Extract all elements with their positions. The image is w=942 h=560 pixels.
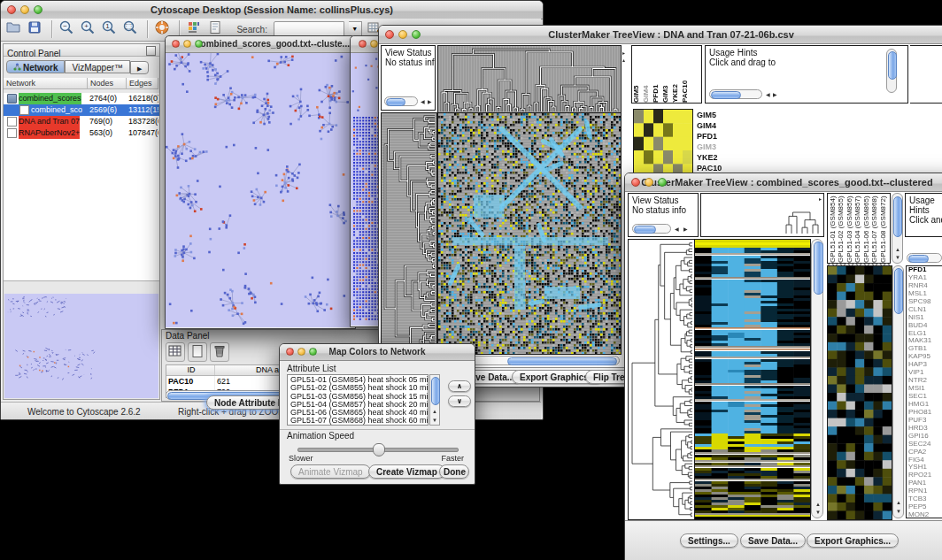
column-dendrogram-canvas[interactable] bbox=[782, 209, 822, 235]
gene-list-item[interactable]: PUF3 bbox=[908, 417, 942, 425]
button-create-vizmap[interactable]: Create Vizmap bbox=[368, 464, 445, 479]
gene-list-item[interactable]: MSL1 bbox=[908, 290, 942, 298]
close-button[interactable] bbox=[385, 30, 394, 39]
network-list-row[interactable]: DNA and Tran 07769(0)183728(0) bbox=[4, 116, 159, 127]
slider-thumb[interactable] bbox=[373, 443, 385, 456]
move-up-button[interactable]: ∧ bbox=[448, 380, 471, 392]
usage-hints-scrollbar[interactable] bbox=[907, 253, 942, 263]
close-button[interactable] bbox=[172, 40, 180, 48]
attribute-item[interactable]: GPL51-04 (GSM857) heat shock 20 min bbox=[290, 401, 428, 409]
data-col-id[interactable]: ID bbox=[166, 365, 215, 375]
gene-list-item[interactable]: HRD3 bbox=[908, 425, 942, 433]
attribute-item[interactable]: GPL51-02 (GSM855) heat shock 10 min bbox=[290, 384, 428, 392]
button-save-data-[interactable]: Save Data... bbox=[740, 533, 806, 548]
column-labels-vscrollbar[interactable]: ▲ ▼ bbox=[892, 193, 903, 264]
network-view-titlebar[interactable]: combined_scores_good.txt--cluste... bbox=[166, 36, 355, 53]
move-down-button[interactable]: ∨ bbox=[448, 395, 471, 407]
close-button[interactable] bbox=[631, 178, 640, 187]
scroll-right-icon[interactable]: ▶ bbox=[773, 90, 777, 99]
heatmap-vscrollbar[interactable]: ▲ ▼ bbox=[811, 239, 823, 518]
usage-hints-scrollbar[interactable] bbox=[709, 89, 762, 99]
expression-heatmap-canvas[interactable] bbox=[437, 112, 622, 355]
gene-dendrogram-canvas[interactable] bbox=[381, 112, 437, 355]
network-list-row[interactable]: RNAPuberNov2+563(0)107847(0) bbox=[4, 127, 159, 139]
scroll-right-icon[interactable]: ▶ bbox=[683, 225, 688, 234]
zoom-out-icon[interactable]: − bbox=[58, 19, 79, 40]
zoom-heatmap-canvas[interactable] bbox=[827, 265, 892, 520]
view-status-scrollbar[interactable] bbox=[632, 224, 671, 234]
close-button[interactable] bbox=[359, 40, 367, 48]
gene-list-item[interactable]: PFD1 bbox=[908, 266, 942, 274]
delete-attribute-icon[interactable] bbox=[210, 342, 229, 362]
gene-list-item[interactable]: YSH1 bbox=[908, 464, 942, 472]
gene-dendrogram-canvas[interactable] bbox=[628, 239, 694, 520]
attribute-list-vscrollbar[interactable]: ▲ ▼ bbox=[429, 374, 440, 426]
gene-list-item[interactable]: SEC1 bbox=[908, 393, 942, 401]
attribute-list[interactable]: GPL51-01 (GSM854) heat shock 05 minGPL51… bbox=[287, 374, 429, 426]
gene-list-item[interactable]: HMG1 bbox=[908, 401, 942, 409]
gene-list-item[interactable]: TCB3 bbox=[908, 495, 942, 503]
gene-list-item[interactable]: BUD4 bbox=[908, 322, 942, 330]
save-icon[interactable] bbox=[26, 19, 47, 40]
gene-list-item[interactable]: ELG1 bbox=[908, 330, 942, 338]
scroll-down-icon[interactable]: ▼ bbox=[896, 507, 901, 516]
gene-list-item[interactable]: VIP1 bbox=[908, 369, 942, 377]
gene-list-item[interactable]: RPO21 bbox=[908, 472, 942, 479]
gene-list-vscrollbar[interactable]: ▲ ▼ bbox=[892, 265, 904, 518]
gene-list-item[interactable]: PEP5 bbox=[908, 503, 942, 511]
scroll-right-icon[interactable]: ▶ bbox=[428, 97, 432, 106]
column-dendrogram-canvas[interactable] bbox=[437, 45, 622, 114]
gene-list-item[interactable]: MON2 bbox=[908, 511, 942, 518]
minimize-button[interactable] bbox=[297, 348, 305, 356]
view-status-scrollbar[interactable] bbox=[384, 96, 418, 106]
zoom-fit-icon[interactable]: ⬚ bbox=[121, 19, 143, 40]
attribute-item[interactable]: GPL51-06 (GSM865) heat shock 40 min bbox=[290, 409, 428, 417]
column-header-network[interactable]: Network bbox=[4, 78, 88, 89]
gene-list-item[interactable]: SEC24 bbox=[908, 441, 942, 449]
attribute-item[interactable]: GPL51-07 (GSM868) heat shock 60 min bbox=[290, 417, 428, 425]
gene-list-item[interactable]: CPA2 bbox=[908, 449, 942, 456]
gene-list-item[interactable]: CLN1 bbox=[908, 306, 942, 314]
column-header-edges[interactable]: Edges bbox=[127, 78, 158, 89]
close-button[interactable] bbox=[7, 5, 16, 14]
gene-list-item[interactable]: HAP3 bbox=[908, 361, 942, 369]
scroll-left-icon[interactable]: ◀ bbox=[421, 97, 425, 106]
network-list-row[interactable]: combined_scores2764(0)16218(0) bbox=[4, 93, 159, 104]
tab-network[interactable]: Network bbox=[6, 60, 65, 73]
open-icon[interactable] bbox=[4, 19, 26, 40]
zoom-button[interactable] bbox=[412, 30, 421, 39]
gene-list-item[interactable]: MSI1 bbox=[908, 385, 942, 393]
expression-heatmap-canvas[interactable] bbox=[694, 239, 811, 520]
scroll-up-icon[interactable]: ▲ bbox=[896, 498, 901, 507]
column-header-nodes[interactable]: Nodes bbox=[88, 78, 127, 89]
treeview-combined-titlebar[interactable]: ClusterMaker TreeView : combined_scores_… bbox=[625, 173, 942, 192]
minimize-button[interactable] bbox=[645, 178, 653, 187]
tree-collapse-icon[interactable]: ▴ bbox=[622, 56, 625, 65]
zoom-in-icon[interactable]: + bbox=[79, 19, 100, 40]
gene-list-item[interactable]: NTR2 bbox=[908, 377, 942, 385]
gene-list-item[interactable]: YRA1 bbox=[908, 274, 942, 282]
tab-vizmapper[interactable]: VizMapper™ bbox=[65, 60, 130, 73]
close-button[interactable] bbox=[286, 348, 294, 356]
new-attribute-icon[interactable] bbox=[188, 342, 207, 362]
usage-vscrollbar[interactable] bbox=[886, 49, 897, 93]
gene-list-item[interactable]: GPI16 bbox=[908, 433, 942, 441]
network-overview-thumbnail[interactable] bbox=[4, 294, 158, 398]
gene-list-item[interactable]: PHO81 bbox=[908, 409, 942, 417]
minimize-button[interactable] bbox=[370, 40, 378, 48]
zoom-button[interactable] bbox=[195, 40, 203, 48]
zoom-button[interactable] bbox=[658, 178, 667, 187]
scroll-down-icon[interactable]: ▼ bbox=[895, 253, 900, 262]
scroll-down-icon[interactable]: ▼ bbox=[815, 508, 821, 517]
float-panel-icon[interactable] bbox=[146, 46, 156, 56]
table-icon[interactable] bbox=[166, 342, 185, 362]
minimize-button[interactable] bbox=[183, 40, 191, 48]
scroll-left-icon[interactable]: ◀ bbox=[766, 90, 770, 99]
gene-list-item[interactable]: GTB1 bbox=[908, 345, 942, 353]
button-settings-[interactable]: Settings... bbox=[680, 533, 738, 548]
gene-list-item[interactable]: KAP95 bbox=[908, 353, 942, 361]
network-view-canvas[interactable] bbox=[166, 53, 353, 327]
gene-list-item[interactable]: RPN1 bbox=[908, 487, 942, 495]
minimize-button[interactable] bbox=[20, 5, 29, 14]
animation-speed-slider[interactable] bbox=[297, 448, 459, 452]
